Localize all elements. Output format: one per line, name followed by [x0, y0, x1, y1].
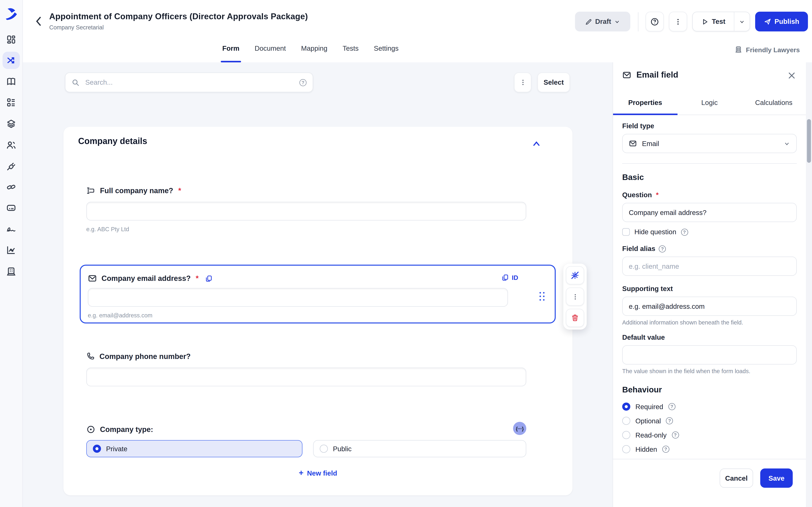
form-more-button[interactable]	[514, 72, 531, 92]
text-field-icon	[86, 186, 95, 195]
panel-scrollbar-thumb[interactable]	[807, 119, 811, 163]
field-label: Company type:	[100, 426, 153, 434]
header-more-button[interactable]	[669, 12, 687, 32]
field-label-row: Company email address? *	[88, 274, 213, 283]
radio-off-icon[interactable]	[622, 431, 630, 439]
option-private-selected[interactable]: Private	[86, 440, 302, 457]
help-button[interactable]	[646, 12, 664, 32]
tab-properties[interactable]: Properties	[613, 91, 677, 115]
tab-settings[interactable]: Settings	[374, 43, 399, 62]
radio-off-icon[interactable]	[622, 445, 630, 453]
field-alias-input[interactable]	[622, 257, 797, 276]
copy-icon[interactable]	[205, 275, 213, 282]
draft-status-button[interactable]: Draft	[575, 12, 630, 32]
radio-on-icon	[93, 445, 101, 453]
panel-scrollbar-track[interactable]	[806, 62, 812, 507]
drag-handle[interactable]	[540, 289, 545, 303]
field-label: Company email address?	[101, 274, 191, 282]
tab-logic[interactable]: Logic	[677, 91, 742, 115]
question-label: Question *	[622, 191, 797, 199]
tab-calculations[interactable]: Calculations	[742, 91, 806, 115]
search-help-icon[interactable]: ?	[299, 79, 307, 86]
help-icon[interactable]: ?	[666, 417, 673, 425]
collapse-section-button[interactable]	[531, 139, 542, 149]
tab-tests[interactable]: Tests	[343, 43, 359, 62]
help-icon[interactable]: ?	[662, 446, 669, 453]
save-button[interactable]: Save	[760, 468, 793, 488]
form-list-icon[interactable]	[6, 97, 16, 108]
delete-field-button[interactable]	[566, 309, 584, 327]
field-more-button[interactable]	[566, 287, 584, 306]
field-input-preview[interactable]	[86, 202, 526, 221]
layers-icon[interactable]	[6, 119, 16, 129]
page-subtitle: Company Secretarial	[49, 24, 104, 31]
new-field-button[interactable]: + New field	[63, 468, 572, 477]
question-input[interactable]	[622, 203, 797, 222]
email-icon	[629, 139, 637, 148]
field-input-preview[interactable]	[88, 288, 508, 307]
field-type-select[interactable]: Email	[622, 134, 797, 153]
search-input[interactable]	[84, 78, 295, 87]
back-button[interactable]	[33, 15, 46, 28]
panel-title: Email field	[637, 70, 678, 79]
book-icon[interactable]	[6, 76, 16, 87]
field-id-badge[interactable]: ID	[501, 274, 518, 281]
radio-on-icon[interactable]	[622, 403, 630, 411]
selected-field-email[interactable]: Company email address? * ID e.g. email@a…	[80, 265, 556, 324]
test-dropdown-button[interactable]	[734, 12, 750, 31]
hide-question-checkbox[interactable]	[622, 228, 630, 236]
field-input-preview[interactable]	[86, 368, 526, 386]
cancel-button[interactable]: Cancel	[720, 468, 753, 488]
required-asterisk: *	[656, 191, 659, 199]
behaviour-option-label: Read-only	[636, 431, 667, 439]
dashboard-icon[interactable]	[6, 35, 16, 45]
sidebar-item-workflows-active[interactable]	[3, 52, 20, 69]
field-alias-label-text: Field alias	[622, 245, 655, 252]
help-icon[interactable]: ?	[668, 403, 675, 410]
supporting-text-helper: Additional information shown beneath the…	[622, 320, 797, 326]
required-asterisk: *	[196, 274, 199, 282]
help-icon[interactable]: ?	[672, 432, 679, 439]
help-icon[interactable]: ?	[681, 228, 688, 236]
field-helper-text: e.g. ABC Pty Ltd	[86, 226, 129, 232]
radio-off-icon[interactable]	[622, 417, 630, 425]
card-icon[interactable]	[6, 203, 16, 213]
link-icon[interactable]	[6, 182, 16, 192]
panel-divider	[622, 163, 797, 164]
plus-icon: +	[299, 468, 303, 477]
question-label-text: Question	[622, 191, 652, 199]
publish-button[interactable]: Publish	[755, 12, 808, 32]
select-label: Select	[544, 78, 564, 86]
behaviour-hidden-row: Hidden ?	[622, 445, 797, 453]
chevron-down-icon	[739, 18, 745, 25]
draft-label: Draft	[595, 18, 611, 25]
section-title: Company details	[78, 136, 147, 147]
field-label: Company phone number?	[99, 352, 191, 360]
default-value-input[interactable]	[622, 345, 797, 364]
option-public[interactable]: Public	[313, 440, 526, 457]
tab-form[interactable]: Form	[222, 43, 239, 62]
users-icon[interactable]	[6, 140, 16, 150]
tab-document[interactable]: Document	[255, 43, 286, 62]
field-properties-panel: Email field Properties Logic Calculation…	[613, 62, 806, 507]
field-id-label: ID	[512, 274, 518, 281]
signature-icon[interactable]	[6, 224, 16, 234]
test-button-main[interactable]: Test	[693, 12, 734, 31]
kiosk-icon[interactable]	[6, 266, 16, 276]
new-field-label: New field	[307, 469, 337, 477]
toggle-logic-button[interactable]	[566, 266, 584, 284]
select-button[interactable]: Select	[538, 72, 570, 92]
field-helper-text: e.g. email@address.com	[88, 312, 152, 319]
tab-mapping[interactable]: Mapping	[301, 43, 327, 62]
logic-badge[interactable]: {···}	[513, 422, 526, 435]
plug-icon[interactable]	[6, 161, 16, 171]
kebab-menu-icon	[674, 17, 682, 26]
app-logo-icon	[4, 7, 18, 21]
phone-icon	[86, 352, 95, 360]
chart-icon[interactable]	[6, 245, 16, 255]
help-icon[interactable]: ?	[659, 245, 666, 252]
workspace-indicator[interactable]: Friendly Lawyers	[734, 46, 800, 54]
supporting-text-input[interactable]	[622, 297, 797, 316]
app-window: Appointment of Company Officers (Directo…	[0, 0, 812, 507]
close-icon[interactable]	[788, 71, 796, 79]
